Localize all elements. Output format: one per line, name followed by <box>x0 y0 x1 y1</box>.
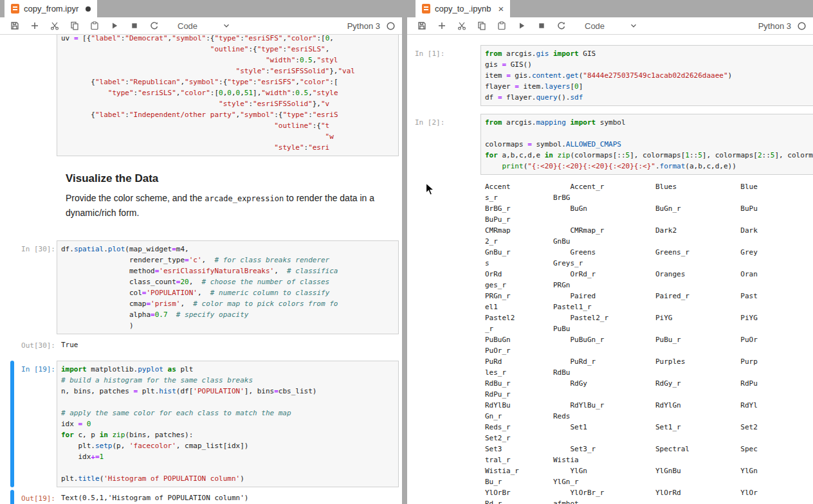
code-text: import matplotlib.pyplot as plt # build … <box>61 364 398 484</box>
notebook-tab[interactable]: copy_from.ipyr <box>5 0 97 17</box>
input-prompt: In [19]: <box>14 361 55 487</box>
restart-kernel-icon <box>556 21 567 31</box>
code-editor[interactable]: df.spatial.plot(map_widget=m4, renderer_… <box>57 240 399 334</box>
markdown-heading: Visualize the Data <box>66 172 399 186</box>
add-cell-button[interactable] <box>434 19 450 33</box>
paste-cells-button[interactable] <box>493 19 509 33</box>
add-cell-icon <box>30 21 40 31</box>
output-text: Text(0.5,1,'Histogram of POPULATION colu… <box>57 490 399 504</box>
cut-cells-button[interactable] <box>453 19 470 33</box>
notebook-file-icon <box>422 4 430 14</box>
code-text: from arcgis.gis import GIS gis = GIS() i… <box>485 48 813 103</box>
run-icon <box>516 21 527 31</box>
markdown-paragraph: Provide the color scheme, and the arcade… <box>66 191 387 220</box>
output-area: Accent Accent_r Blues Blue s_r BrBG BrBG… <box>410 179 813 504</box>
restart-kernel-button[interactable] <box>553 19 569 33</box>
restart-kernel-icon <box>149 21 160 31</box>
output-area: Out[19]:Text(0.5,1,'Histogram of POPULAT… <box>10 490 399 504</box>
cut-cells-icon <box>50 21 60 31</box>
code-editor[interactable]: from arcgis.gis import GIS gis = GIS() i… <box>480 45 813 106</box>
kernel-name[interactable]: Python 3 <box>347 21 380 31</box>
cell-type-dropdown[interactable]: Code <box>175 20 233 32</box>
output-prompt: Out[30]: <box>14 337 55 353</box>
cell-type-value: Code <box>178 21 197 31</box>
code-text: from arcgis.mapping import symbol colorm… <box>485 117 813 172</box>
kernel-status-icon <box>386 21 396 31</box>
stop-button[interactable] <box>533 19 549 33</box>
kernel-status-icon <box>797 21 807 31</box>
input-prompt: In [30]: <box>14 240 55 334</box>
output-text: Accent Accent_r Blues Blue s_r BrBG BrBG… <box>480 179 813 504</box>
output-prompt: Out[19]: <box>14 490 55 504</box>
save-icon <box>417 21 427 31</box>
run-button[interactable] <box>513 19 529 33</box>
restart-kernel-button[interactable] <box>146 19 162 33</box>
tab-bar: copy_from.ipyr <box>0 0 402 17</box>
copy-cells-icon <box>477 21 487 31</box>
copy-cells-button[interactable] <box>66 19 82 33</box>
input-prompt: In [2]: <box>414 114 477 175</box>
copy-cells-button[interactable] <box>473 19 489 33</box>
run-icon <box>109 21 120 31</box>
code-editor[interactable]: uv = [{"label":"Democrat","symbol":{"typ… <box>57 35 399 156</box>
code-cell: In [19]:import matplotlib.pyplot as plt … <box>10 361 399 487</box>
save-button[interactable] <box>414 19 430 33</box>
input-prompt: In [1]: <box>414 45 477 106</box>
add-cell-icon <box>437 21 447 31</box>
cell-type-dropdown[interactable]: Code <box>582 20 641 32</box>
stop-button[interactable] <box>126 19 142 33</box>
code-text: uv = [{"label":"Democrat","symbol":{"typ… <box>61 35 398 153</box>
tab-title: copy_from.ipyr <box>24 4 78 14</box>
paste-cells-button[interactable] <box>86 19 102 33</box>
chevron-down-icon <box>629 21 638 30</box>
toolbar-buttons <box>6 19 162 33</box>
tab-bar: copy_to_.ipynb × <box>407 0 813 17</box>
markdown-cell: Visualize the DataProvide the color sche… <box>10 164 399 233</box>
notebook-file-icon <box>11 4 19 14</box>
notebook-panel-right: copy_to_.ipynb × Code Python 3 In [1]:fr… <box>407 0 813 504</box>
notebook-tab[interactable]: copy_to_.ipynb × <box>416 0 510 17</box>
code-cell: In [30]:df.spatial.plot(map_widget=m4, r… <box>10 240 399 334</box>
code-cell: uv = [{"label":"Democrat","symbol":{"typ… <box>10 35 399 156</box>
panel-split-divider[interactable] <box>402 0 407 504</box>
prompt-spacer <box>14 35 55 156</box>
run-button[interactable] <box>106 19 122 33</box>
cell-type-value: Code <box>585 21 605 31</box>
code-cell: In [2]:from arcgis.mapping import symbol… <box>410 114 813 175</box>
chevron-down-icon <box>222 21 231 30</box>
paste-cells-icon <box>89 21 100 31</box>
notebook-scroll-area[interactable]: uv = [{"label":"Democrat","symbol":{"typ… <box>0 35 402 504</box>
output-area: Out[30]:True <box>10 337 399 353</box>
notebook-toolbar: Code Python 3 <box>0 17 402 35</box>
toolbar-buttons <box>414 19 569 33</box>
code-cell: In [1]:from arcgis.gis import GIS gis = … <box>410 45 813 106</box>
paste-cells-icon <box>497 21 507 31</box>
code-editor[interactable]: from arcgis.mapping import symbol colorm… <box>480 114 813 175</box>
stop-icon <box>129 21 140 31</box>
jupyterlab-window: copy_from.ipyr Code Python 3 uv = [{"lab… <box>0 0 813 504</box>
add-cell-button[interactable] <box>26 19 42 33</box>
copy-cells-icon <box>69 21 80 31</box>
code-text: df.spatial.plot(map_widget=m4, renderer_… <box>61 244 398 331</box>
notebook-scroll-area[interactable]: In [1]:from arcgis.gis import GIS gis = … <box>407 35 813 504</box>
notebook-toolbar: Code Python 3 <box>407 17 813 35</box>
save-button[interactable] <box>6 19 23 33</box>
close-tab-icon[interactable]: × <box>498 4 504 14</box>
stop-icon <box>536 21 547 31</box>
cut-cells-button[interactable] <box>46 19 62 33</box>
prompt-spacer <box>414 179 477 504</box>
cut-cells-icon <box>457 21 467 31</box>
prompt-spacer <box>19 168 60 226</box>
code-editor[interactable]: import matplotlib.pyplot as plt # build … <box>57 361 399 487</box>
notebook-panel-left: copy_from.ipyr Code Python 3 uv = [{"lab… <box>0 0 402 504</box>
unsaved-changes-dot-icon[interactable] <box>86 6 91 12</box>
kernel-name[interactable]: Python 3 <box>758 21 791 31</box>
save-icon <box>10 21 20 31</box>
tab-title: copy_to_.ipynb <box>435 4 491 14</box>
output-text: True <box>57 337 399 353</box>
